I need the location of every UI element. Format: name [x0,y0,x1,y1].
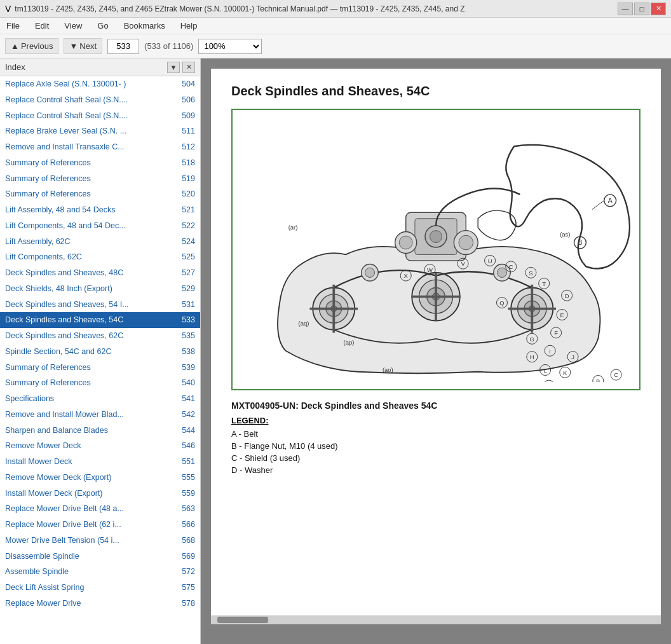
sidebar-item[interactable]: Lift Components, 48 and 54 Dec...522 [0,218,200,234]
sidebar-item[interactable]: Deck Spindles and Sheaves, 54C533 [0,312,200,328]
sidebar-item[interactable]: Summary of References519 [0,171,200,187]
svg-text:(as): (as) [560,231,570,238]
sidebar-dropdown-button[interactable]: ▼ [167,62,180,73]
sidebar-item[interactable]: Replace Control Shaft Seal (S.N....509 [0,108,200,124]
sidebar-item[interactable]: Summary of References518 [0,155,200,171]
menu-go[interactable]: Go [93,20,112,32]
svg-text:S: S [529,270,532,277]
sidebar-item-label: Deck Spindles and Sheaves, 48C [5,267,179,279]
sidebar-item-label: Replace Mower Drive Belt (48 a... [5,503,179,515]
sidebar-item-label: Deck Lift Assist Spring [5,582,179,594]
sidebar-item-page: 559 [182,488,195,500]
svg-point-24 [497,268,506,277]
menu-file[interactable]: File [3,20,24,32]
svg-text:B: B [596,378,600,382]
sidebar-item[interactable]: Summary of References540 [0,375,200,391]
sidebar-item-label: Deck Spindles and Sheaves, 54C [5,314,179,326]
sidebar-item-page: 568 [182,535,195,547]
menu-view[interactable]: View [60,20,86,32]
sidebar-item[interactable]: Remove and Install Mower Blad...542 [0,407,200,423]
sidebar-item[interactable]: Replace Brake Lever Seal (S.N. ...511 [0,123,200,139]
svg-text:L: L [543,367,546,374]
sidebar-item[interactable]: Summary of References520 [0,186,200,202]
sidebar-title: Index [5,62,25,72]
sidebar-item-label: Lift Components, 62C [5,251,179,263]
sidebar-item[interactable]: Summary of References539 [0,360,200,376]
svg-text:H: H [530,353,534,360]
sidebar-item-page: 518 [182,157,195,169]
svg-point-18 [459,235,473,250]
h-scrollbar-thumb[interactable] [217,617,268,623]
svg-text:X: X [404,272,409,279]
sidebar-item-page: 522 [182,220,195,232]
sidebar-item[interactable]: Deck Spindles and Sheaves, 62C535 [0,328,200,344]
sidebar-item[interactable]: Assemble Spindle572 [0,564,200,580]
sidebar-item[interactable]: Install Mower Deck (Export)559 [0,486,200,502]
sidebar-item[interactable]: Sharpen and Balance Blades544 [0,423,200,439]
deck-spindles-diagram: A B (ar) (as) (aq) [238,115,634,382]
sidebar-list: Replace Axle Seal (S.N. 130001- )504Repl… [0,76,200,644]
sidebar-item[interactable]: Replace Mower Drive Belt (48 a...563 [0,501,200,517]
sidebar-item[interactable]: Spindle Section, 54C and 62C538 [0,344,200,360]
maximize-button[interactable]: □ [634,3,649,15]
sidebar-item[interactable]: Lift Assembly, 62C524 [0,234,200,250]
menu-edit[interactable]: Edit [31,20,53,32]
sidebar-item[interactable]: Lift Components, 62C525 [0,249,200,265]
close-button[interactable]: ✕ [651,3,666,15]
page-info: (533 of 1106) [144,41,193,51]
sidebar-item[interactable]: Remove and Install Transaxle C...512 [0,139,200,155]
svg-text:U: U [488,257,492,264]
sidebar-item[interactable]: Remove Mower Deck546 [0,438,200,454]
sidebar-item[interactable]: Replace Mower Drive578 [0,596,200,612]
next-button[interactable]: ▼ Next [64,38,102,54]
svg-text:B: B [578,239,582,246]
page-title: Deck Spindles and Sheaves, 54C [231,84,640,99]
page-input[interactable] [107,39,139,54]
sidebar-item-page: 531 [182,299,195,311]
sidebar-item-label: Remove Mower Deck (Export) [5,472,179,484]
sidebar-item-page: 506 [182,94,195,106]
legend-item-c: C - Shield (3 used) [231,453,640,463]
sidebar-item[interactable]: Deck Spindles and Sheaves, 54 I...531 [0,297,200,313]
sidebar-item-label: Mower Drive Belt Tension (54 i... [5,535,179,547]
legend-item-a: A - Belt [231,429,640,439]
sidebar-item-page: 509 [182,110,195,122]
sidebar-item-label: Specifications [5,393,179,405]
horizontal-scrollbar[interactable] [211,615,661,624]
sidebar-header: Index ▼ ✕ [0,58,200,76]
svg-text:V: V [461,260,465,267]
sidebar-item-page: 569 [182,551,195,563]
menu-bookmarks[interactable]: Bookmarks [120,20,169,32]
sidebar-item-page: 544 [182,425,195,437]
sidebar-item[interactable]: Deck Lift Assist Spring575 [0,580,200,596]
sidebar-item[interactable]: Specifications541 [0,391,200,407]
svg-text:C: C [614,371,618,378]
zoom-select[interactable]: 100% 50% 75% 125% 150% 200% [198,39,262,54]
sidebar-item[interactable]: Replace Mower Drive Belt (62 i...566 [0,517,200,533]
sidebar-item[interactable]: Replace Control Shaft Seal (S.N....506 [0,92,200,108]
menu-help[interactable]: Help [177,20,201,32]
sidebar-item[interactable]: Deck Spindles and Sheaves, 48C527 [0,265,200,281]
legend-title: LEGEND: [231,416,640,425]
sidebar-item[interactable]: Replace Axle Seal (S.N. 130001- )504 [0,76,200,92]
minimize-button[interactable]: — [618,3,633,15]
sidebar-item[interactable]: Remove Mower Deck (Export)555 [0,470,200,486]
sidebar-item-page: 551 [182,456,195,468]
legend-item-d: D - Washer [231,465,640,475]
sidebar-close-button[interactable]: ✕ [182,62,195,73]
sidebar-item[interactable]: Lift Assembly, 48 and 54 Decks521 [0,202,200,218]
sidebar-item-page: 563 [182,503,195,515]
sidebar-item-page: 538 [182,346,195,358]
sidebar-item[interactable]: Mower Drive Belt Tension (54 i...568 [0,533,200,549]
sidebar-item-page: 512 [182,141,195,153]
sidebar-item[interactable]: Deck Shields, 48 Inch (Export)529 [0,281,200,297]
sidebar-item[interactable]: Install Mower Deck551 [0,454,200,470]
svg-text:A: A [608,197,613,204]
sidebar-item[interactable]: Disassemble Spindle569 [0,549,200,565]
sidebar-item-page: 546 [182,440,195,452]
prev-button[interactable]: ▲ Previous [5,38,58,54]
legend-item-b: B - Flange Nut, M10 (4 used) [231,441,640,451]
chevron-down-icon: ▼ [69,41,78,51]
content-area[interactable]: Deck Spindles and Sheaves, 54C [201,58,671,644]
toolbar: ▲ Previous ▼ Next (533 of 1106) 100% 50%… [0,34,671,58]
